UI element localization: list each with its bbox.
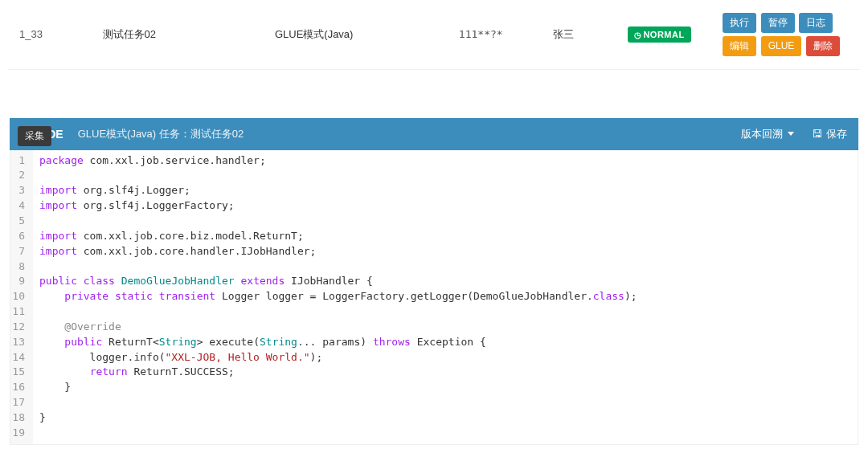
line-number: 12 <box>10 320 28 335</box>
task-name: 测试任务02 <box>95 22 267 47</box>
code-line[interactable]: } <box>39 410 851 426</box>
line-number: 13 <box>10 335 28 350</box>
line-number: 10 <box>10 289 28 304</box>
save-label: 保存 <box>826 127 847 141</box>
code-line[interactable] <box>39 426 851 441</box>
code-line[interactable]: public class DemoGlueJobHandler extends … <box>39 274 851 289</box>
line-number: 7 <box>10 244 28 259</box>
code-line[interactable]: import com.xxl.job.core.handler.IJobHand… <box>39 244 851 259</box>
code-line[interactable]: @Override <box>39 320 851 335</box>
line-number: 14 <box>10 350 28 365</box>
line-number: 19 <box>10 426 28 441</box>
ide-section: 采集 WebIDE GLUE模式(Java) 任务：测试任务02 版本回溯 🖫保… <box>10 118 858 445</box>
code-line[interactable] <box>39 214 851 229</box>
edit-button[interactable]: 编辑 <box>723 36 756 56</box>
save-icon: 🖫 <box>812 128 822 140</box>
task-id: 1_33 <box>8 23 95 45</box>
code-area[interactable]: package com.xxl.job.service.handler; imp… <box>33 150 858 444</box>
code-line[interactable] <box>39 304 851 320</box>
line-number: 15 <box>10 365 28 380</box>
caret-down-icon <box>788 132 794 136</box>
line-number: 4 <box>10 198 28 214</box>
pause-button[interactable]: 暂停 <box>761 13 795 33</box>
code-editor[interactable]: 12345678910111213141516171819 package co… <box>10 150 858 445</box>
status-badge-normal: ◷NORMAL <box>628 27 691 43</box>
code-line[interactable]: return ReturnT.SUCCESS; <box>39 365 851 380</box>
line-number: 3 <box>10 183 28 198</box>
line-gutter: 12345678910111213141516171819 <box>10 150 33 444</box>
line-number: 2 <box>10 168 28 183</box>
line-number: 17 <box>10 395 28 410</box>
code-line[interactable]: logger.info("XXL-JOB, Hello World."); <box>39 350 851 365</box>
task-cron: 111**?* <box>451 23 545 45</box>
delete-button[interactable]: 删除 <box>806 36 840 56</box>
line-number: 11 <box>10 304 28 320</box>
status-badge-label: NORMAL <box>643 30 684 39</box>
collect-badge[interactable]: 采集 <box>18 126 51 146</box>
clock-icon: ◷ <box>634 31 642 39</box>
glue-button[interactable]: GLUE <box>761 36 802 56</box>
line-number: 5 <box>10 214 28 229</box>
line-number: 1 <box>10 153 28 169</box>
subtitle-task: 测试任务02 <box>190 128 244 140</box>
task-mode: GLUE模式(Java) <box>267 22 451 47</box>
code-line[interactable]: } <box>39 380 851 395</box>
code-line[interactable] <box>39 259 851 275</box>
ide-subtitle: GLUE模式(Java) 任务：测试任务02 <box>78 127 244 141</box>
code-line[interactable]: package com.xxl.job.service.handler; <box>39 153 851 169</box>
line-number: 8 <box>10 259 28 275</box>
version-rollback-button[interactable]: 版本回溯 <box>741 127 794 141</box>
code-line[interactable]: import com.xxl.job.core.biz.model.Return… <box>39 229 851 244</box>
code-line[interactable] <box>39 168 851 183</box>
line-number: 9 <box>10 274 28 289</box>
task-author: 张三 <box>545 22 620 47</box>
code-line[interactable]: public ReturnT<String> execute(String...… <box>39 335 851 350</box>
task-status-cell: ◷NORMAL <box>620 22 714 47</box>
log-button[interactable]: 日志 <box>799 13 833 33</box>
line-number: 18 <box>10 410 28 426</box>
ide-toolbar: WebIDE GLUE模式(Java) 任务：测试任务02 版本回溯 🖫保存 <box>10 118 858 150</box>
code-line[interactable]: import org.slf4j.Logger; <box>39 183 851 198</box>
exec-button[interactable]: 执行 <box>723 13 756 33</box>
task-row: 1_33 测试任务02 GLUE模式(Java) 111**?* 张三 ◷NOR… <box>8 0 860 70</box>
save-button[interactable]: 🖫保存 <box>812 127 847 141</box>
task-actions: 执行 暂停 日志 编辑 GLUE 删除 <box>714 6 860 63</box>
line-number: 16 <box>10 380 28 395</box>
version-rollback-label: 版本回溯 <box>741 127 783 141</box>
code-line[interactable] <box>39 395 851 410</box>
line-number: 6 <box>10 229 28 244</box>
code-line[interactable]: import org.slf4j.LoggerFactory; <box>39 198 851 214</box>
code-line[interactable]: private static transient Logger logger =… <box>39 289 851 304</box>
subtitle-prefix: GLUE模式(Java) 任务： <box>78 128 190 140</box>
